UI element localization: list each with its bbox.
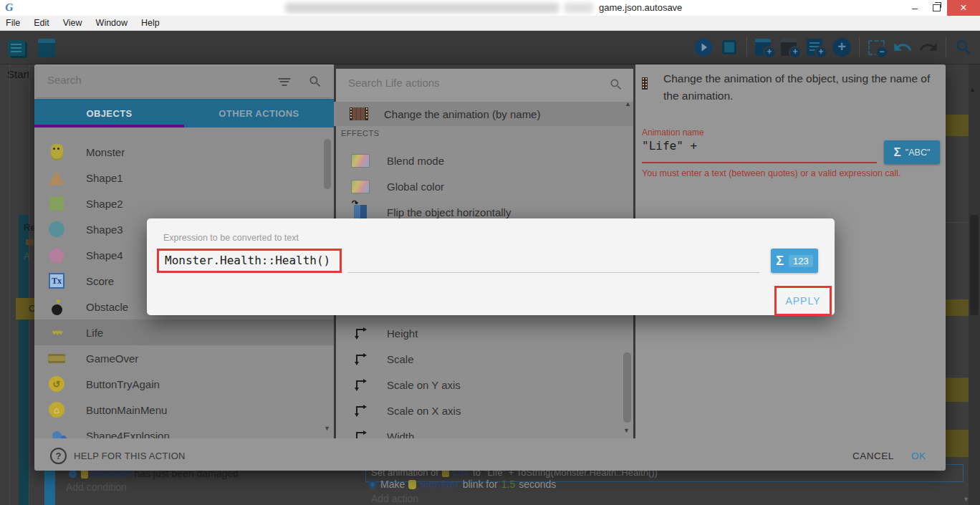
filter-icon[interactable] (278, 78, 291, 86)
play-icon[interactable] (693, 37, 714, 58)
expression-input[interactable]: Monster.Health::Health() (165, 254, 330, 267)
add-action-link[interactable]: Add action (371, 493, 418, 504)
scroll-down-icon[interactable]: ▼ (324, 425, 330, 432)
apply-button[interactable]: APPLY (785, 295, 820, 307)
help-button[interactable]: HELP FOR THIS ACTION (74, 451, 186, 461)
ok-button[interactable]: OK (911, 451, 926, 461)
bomb-icon (47, 297, 66, 316)
search-icon (308, 74, 322, 89)
action-list-item[interactable]: Height (334, 320, 633, 346)
pentagon-icon (47, 246, 66, 264)
action-list-item[interactable]: Width (334, 423, 633, 438)
animation-icon (642, 77, 648, 90)
window-controls: – × (904, 0, 980, 16)
search-icon[interactable] (953, 37, 974, 58)
event-row-highlight (946, 115, 969, 136)
open-expression-editor-button[interactable]: Σ "ABC" (884, 140, 940, 164)
menu-item-help[interactable]: Help (141, 18, 168, 28)
add-object-icon[interactable] (831, 37, 852, 58)
toolbar-right-group (693, 37, 974, 58)
scroll-up-icon[interactable]: ▲ (969, 86, 976, 93)
action-list-item[interactable]: Scale on X axis (334, 398, 633, 423)
object-list-item[interactable]: ButtonTryAgain (34, 371, 334, 397)
redo-icon[interactable] (918, 37, 939, 58)
debug-icon[interactable] (719, 37, 740, 58)
object-list-item[interactable]: Life (34, 319, 334, 345)
event-indent-line (29, 64, 29, 505)
menubar: FileEditViewWindowHelp (0, 16, 980, 31)
titlebar: G game.json.autosave – × (0, 0, 980, 16)
object-list-item[interactable]: Shape1 (34, 165, 334, 191)
minimize-button[interactable]: – (904, 0, 926, 16)
undo-icon[interactable] (892, 37, 913, 58)
add-condition-link[interactable]: Add condition (66, 481, 127, 493)
action-search-input[interactable] (347, 76, 579, 90)
actions-scrollbar-thumb[interactable] (623, 352, 631, 423)
gradient-icon (351, 177, 370, 196)
scroll-down-icon[interactable]: ▼ (623, 427, 630, 434)
object-search-bar (36, 66, 332, 97)
animation-name-field[interactable]: "Life" + (642, 139, 697, 153)
resize-icon (351, 375, 370, 394)
action-search-bar (337, 69, 633, 99)
scroll-down-icon[interactable]: ▼ (963, 496, 969, 503)
help-icon: ? (50, 448, 67, 464)
tab-objects[interactable]: OBJECTS (34, 99, 184, 128)
delete-event-icon[interactable] (866, 37, 888, 58)
object-search-input[interactable] (46, 73, 256, 87)
menu-item-edit[interactable]: Edit (34, 18, 57, 28)
selected-action-row[interactable]: Change the animation (by name) (334, 102, 633, 126)
resize-icon (351, 324, 370, 342)
animation-icon (350, 107, 368, 120)
add-event-icon[interactable] (754, 37, 775, 58)
gradient-icon (351, 151, 370, 170)
object-list-item[interactable]: Shape4Explosion (34, 423, 334, 438)
expression-field-label: Expression to be converted to text (163, 233, 299, 243)
menu-item-window[interactable]: Window (96, 18, 135, 28)
editor-tab-label[interactable]: Start (7, 68, 30, 80)
event-action-row[interactable]: Make Monster blink for 1.5 seconds (368, 478, 556, 490)
gdevelop-window: G game.json.autosave – × FileEditViewWin… (0, 0, 980, 505)
resize-icon (351, 350, 370, 368)
action-list-item[interactable]: Scale on Y axis (334, 372, 633, 398)
scroll-up-icon[interactable]: ▲ (625, 100, 631, 107)
dialog-footer: ? HELP FOR THIS ACTION CANCEL OK (34, 441, 946, 471)
event-row-highlight (946, 378, 969, 402)
circle-icon (47, 220, 66, 239)
home-button-icon (47, 400, 66, 419)
explosion-icon (47, 426, 66, 438)
expression-field-underline (347, 272, 759, 273)
events-scrollbar-thumb[interactable] (970, 215, 979, 315)
action-list-item[interactable]: Global color (334, 173, 633, 199)
menu-item-view[interactable]: View (63, 18, 90, 28)
menu-item-file[interactable]: File (6, 18, 28, 28)
event-row-highlight (946, 299, 969, 316)
object-list-item[interactable]: GameOver (34, 345, 334, 371)
restore-icon (933, 4, 941, 11)
start-page-icon[interactable] (36, 37, 57, 59)
restore-button[interactable] (926, 0, 947, 16)
project-manager-icon[interactable] (6, 37, 27, 59)
sigma-icon: Σ (894, 145, 901, 160)
open-number-expression-button[interactable]: Σ 123 (771, 249, 818, 273)
object-list-item[interactable]: Monster (34, 139, 334, 165)
search-icon (609, 77, 623, 92)
behavior-icon (368, 480, 377, 489)
toolbar-separator (859, 37, 860, 57)
hearts-icon (47, 323, 66, 342)
add-comment-icon[interactable] (805, 37, 827, 58)
tab-other-actions[interactable]: OTHER ACTIONS (184, 99, 334, 128)
close-button[interactable]: × (947, 0, 980, 16)
field-underline-error (642, 162, 877, 163)
object-list-scrollbar-thumb[interactable] (324, 139, 331, 189)
banner-icon (47, 349, 66, 367)
add-subevent-icon[interactable] (779, 37, 801, 58)
object-list-item[interactable]: Shape2 (34, 191, 334, 216)
resize-icon (351, 427, 370, 438)
action-list-item[interactable]: Blend mode (334, 148, 633, 173)
object-list-item[interactable]: ButtonMainMenu (34, 397, 334, 423)
field-label: Animation name (642, 128, 704, 138)
action-list-item[interactable]: Scale (334, 346, 633, 372)
action-description: Change the animation of the object, usin… (663, 70, 937, 105)
cancel-button[interactable]: CANCEL (852, 451, 894, 461)
